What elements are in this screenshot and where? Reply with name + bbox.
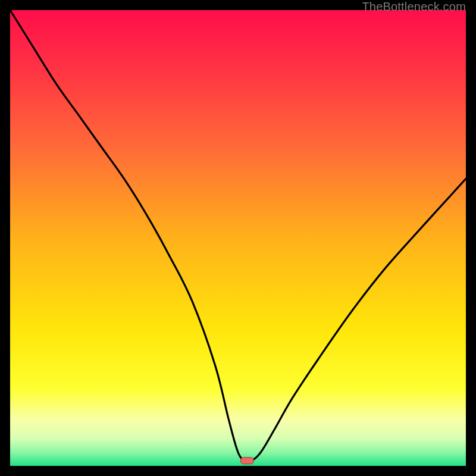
minimum-marker <box>240 458 253 464</box>
bottleneck-chart <box>10 10 466 466</box>
chart-frame: TheBottleneck.com <box>0 0 476 476</box>
watermark-text: TheBottleneck.com <box>362 0 466 14</box>
gradient-background <box>10 10 466 466</box>
